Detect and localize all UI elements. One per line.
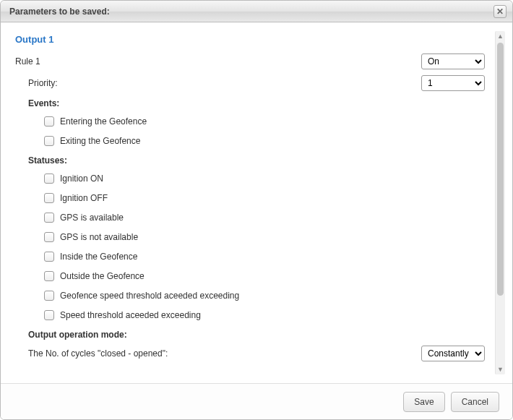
cancel-button[interactable]: Cancel: [451, 392, 499, 412]
event-item: Exiting the Geofence: [41, 134, 492, 148]
status-item-label: Ignition ON: [60, 173, 103, 184]
status-item: Speed threshold aceeded exceeding: [41, 308, 492, 322]
event-item: Entering the Geofence: [41, 114, 492, 129]
status-item-label: Inside the Geofence: [60, 252, 137, 262]
dialog-body: Output 1 Rule 1 OnOff Priority: 12345 Ev…: [1, 22, 512, 383]
rule-state-select[interactable]: OnOff: [421, 53, 485, 69]
status-item: Geofence speed threshold aceeded exceedi…: [41, 288, 492, 303]
dialog-header: Parameters to be saved: ✕: [1, 1, 512, 22]
status-item: Ignition ON: [41, 171, 492, 186]
status-item: GPS is available: [41, 210, 492, 225]
dialog-footer: Save Cancel: [1, 383, 512, 419]
vertical-scrollbar[interactable]: ▲ ▼: [495, 31, 505, 374]
cycles-label: The No. of cycles "closed - opened":: [28, 348, 421, 359]
status-item-checkbox[interactable]: [44, 291, 54, 301]
scroll-thumb[interactable]: [497, 43, 504, 296]
status-item-checkbox[interactable]: [44, 213, 54, 223]
events-heading: Events:: [15, 98, 492, 108]
statuses-heading: Statuses:: [15, 155, 492, 166]
scroll-content: Output 1 Rule 1 OnOff Priority: 12345 Ev…: [15, 31, 495, 374]
status-item-label: Outside the Geofence: [60, 271, 145, 281]
status-item-label: Speed threshold aceeded exceeding: [60, 310, 201, 320]
status-item-checkbox[interactable]: [44, 271, 54, 281]
dialog: Parameters to be saved: ✕ Output 1 Rule …: [0, 0, 513, 420]
priority-row: Priority: 12345: [15, 75, 492, 91]
status-item-checkbox[interactable]: [44, 252, 54, 262]
dialog-title: Parameters to be saved:: [9, 7, 493, 17]
operation-heading: Output operation mode:: [15, 330, 492, 340]
status-item-label: GPS is not available: [60, 232, 138, 242]
status-item-checkbox[interactable]: [44, 232, 54, 242]
status-item: GPS is not available: [41, 230, 492, 244]
event-item-checkbox[interactable]: [44, 116, 54, 127]
scroll-up-icon[interactable]: ▲: [496, 31, 505, 41]
scroll-down-icon[interactable]: ▼: [496, 364, 505, 374]
output-title: Output 1: [15, 34, 492, 45]
statuses-list: Ignition ONIgnition OFFGPS is availableG…: [15, 171, 492, 322]
events-list: Entering the GeofenceExiting the Geofenc…: [15, 114, 492, 148]
event-item-label: Exiting the Geofence: [60, 136, 140, 146]
status-item-label: Geofence speed threshold aceeded exceedi…: [60, 291, 239, 301]
close-icon: ✕: [496, 7, 504, 16]
status-item: Outside the Geofence: [41, 269, 492, 283]
status-item-checkbox[interactable]: [44, 310, 54, 320]
status-item-checkbox[interactable]: [44, 193, 54, 203]
status-item-label: Ignition OFF: [60, 193, 108, 203]
priority-label: Priority:: [28, 78, 421, 88]
priority-select[interactable]: 12345: [421, 75, 485, 91]
event-item-checkbox[interactable]: [44, 136, 54, 146]
status-item: Ignition OFF: [41, 191, 492, 205]
save-button[interactable]: Save: [403, 392, 444, 412]
status-item-checkbox[interactable]: [44, 173, 54, 184]
status-item-label: GPS is available: [60, 213, 124, 223]
close-button[interactable]: ✕: [493, 5, 506, 18]
event-item-label: Entering the Geofence: [60, 116, 147, 127]
cycles-row: The No. of cycles "closed - opened": Con…: [15, 346, 492, 361]
rule-label: Rule 1: [15, 56, 421, 67]
cycles-select[interactable]: Constantly: [421, 346, 485, 361]
rule-row: Rule 1 OnOff: [15, 53, 492, 69]
status-item: Inside the Geofence: [41, 249, 492, 264]
